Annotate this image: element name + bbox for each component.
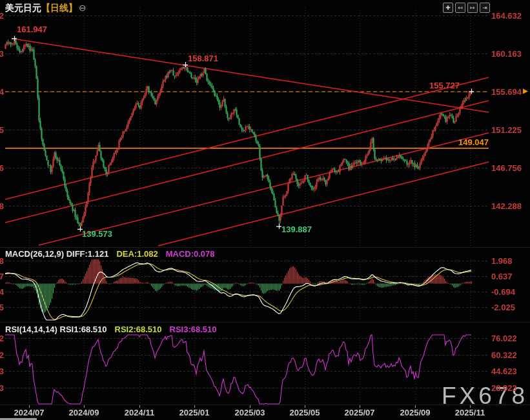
rsi-header-item: RSI(14,14,14) RSI1:68.510 (5, 325, 107, 334)
rsi-header: RSI(14,14,14) RSI1:68.510RSI2:68.510RSI3… (5, 325, 225, 334)
y-axis-label-clipped: 155.694 (0, 88, 5, 96)
collapse-icon[interactable]: ⊖ (79, 3, 87, 13)
y-axis-label-clipped: 142.288 (0, 202, 5, 210)
x-axis-label: 2025/11 (455, 408, 485, 417)
x-axis-label: 2025/09 (400, 408, 431, 417)
y-axis-label: 146.756 (491, 164, 522, 172)
x-axis-label: 2024/09 (69, 408, 99, 417)
y-axis-label: 60.322 (491, 351, 517, 359)
y-axis-label: 76.022 (491, 334, 517, 343)
y-axis-label: 28.923 (491, 384, 517, 392)
period-tag: 【日线】 (41, 3, 77, 13)
panel-separator (0, 405, 530, 405)
price-annotation: 158.871 (188, 54, 218, 63)
chart-title: 美元日元【日线】⊖ (5, 3, 87, 14)
rsi-header-item: RSI2:68.510 (115, 325, 162, 334)
x-axis-label: 2025/01 (179, 408, 210, 417)
y-axis-label-clipped: 60.322 (0, 351, 5, 359)
chart-window: 美元日元【日线】⊖ ✚↤↦⇥ MACD(26,12,9) DIFF:1.121D… (0, 0, 530, 420)
panel-separator (0, 247, 530, 248)
rsi-header-item: RSI3:68.510 (170, 325, 217, 334)
macd-header: MACD(26,12,9) DIFF:1.121DEA:1.082MACD:0.… (5, 250, 223, 258)
price-annotation: 161.947 (17, 25, 47, 34)
y-axis-label-clipped: 44.623 (0, 367, 5, 375)
y-axis-label: -0.694 (491, 288, 515, 296)
y-axis-label: 151.225 (491, 126, 522, 134)
x-axis-label: 2025/03 (235, 408, 265, 417)
price-annotation: 155.727 (429, 81, 460, 90)
x-axis-label: 2025/05 (290, 408, 320, 417)
y-axis-label-clipped: 28.923 (0, 384, 5, 392)
y-axis-label: 44.623 (491, 367, 517, 375)
y-axis-label-clipped: 164.632 (0, 12, 5, 20)
y-axis-label: 155.694 (491, 88, 522, 96)
chart-toolbar: ✚↤↦⇥ (443, 3, 490, 13)
macd-header-item: DEA:1.082 (116, 249, 158, 259)
price-annotation: 139.887 (281, 225, 312, 234)
y-axis-label-clipped: 1.968 (0, 257, 5, 265)
price-annotation: 149.047 (458, 138, 489, 146)
y-axis-label: -2.025 (491, 303, 515, 312)
x-axis-label: 2024/11 (125, 408, 154, 417)
y-axis-label-clipped: 146.756 (0, 164, 5, 172)
y-axis-label-clipped: -0.694 (0, 288, 5, 296)
y-axis-label-clipped: 76.022 (0, 334, 5, 343)
x-axis-label: 2024/07 (14, 408, 45, 417)
chart-canvas[interactable] (0, 0, 530, 420)
y-axis-label-clipped: 151.225 (0, 126, 5, 134)
zoom-x-out-button[interactable]: ↦ (467, 3, 478, 13)
symbol-name: 美元日元 (5, 3, 41, 13)
zoom-x-in-button[interactable]: ↤ (455, 3, 465, 13)
pan-chart-button[interactable]: ✚ (443, 3, 453, 13)
panel-separator (0, 322, 530, 323)
macd-header-item: MACD:0.078 (166, 249, 215, 259)
y-axis-label: 164.632 (491, 12, 522, 20)
macd-header-item: MACD(26,12,9) DIFF:1.121 (5, 249, 108, 259)
reset-view-button[interactable]: ⇥ (480, 3, 490, 13)
y-axis-label: 142.288 (491, 202, 522, 210)
price-annotation: 139.573 (82, 230, 112, 238)
y-axis-label-clipped: -2.025 (0, 303, 5, 312)
y-axis-label: 160.163 (491, 50, 522, 58)
y-axis-label-clipped: 160.163 (0, 50, 5, 58)
y-axis-label: 1.968 (491, 257, 513, 265)
y-axis-label: 0.637 (491, 272, 513, 281)
x-axis-label: 2025/07 (345, 408, 375, 417)
y-axis-label-clipped: 0.637 (0, 272, 5, 281)
